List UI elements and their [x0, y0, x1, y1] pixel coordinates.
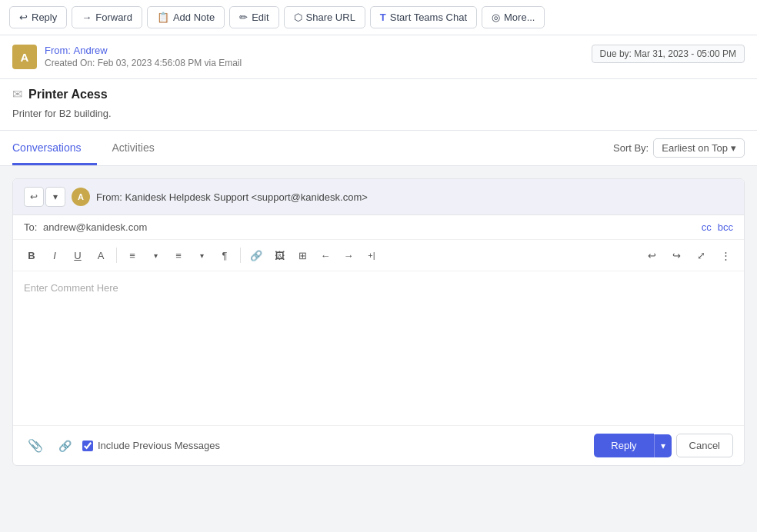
- to-label: To:: [24, 221, 37, 233]
- bcc-link[interactable]: bcc: [718, 221, 733, 233]
- italic-button[interactable]: I: [44, 244, 65, 266]
- note-icon: 📋: [157, 12, 169, 23]
- email-body-preview: Printer for B2 building.: [12, 108, 745, 119]
- editor-placeholder: Enter Comment Here: [24, 282, 118, 294]
- ordered-list-button[interactable]: ≡: [122, 244, 143, 266]
- paragraph-button[interactable]: ¶: [214, 244, 235, 266]
- reply-header: ↩ ▾ A From: Kanidesk Helpdesk Support <s…: [13, 179, 744, 215]
- reply-icon: ↩: [19, 12, 28, 23]
- footer-right: Reply ▾ Cancel: [594, 434, 733, 457]
- plus-bar-button[interactable]: +|: [361, 244, 382, 266]
- add-note-label: Add Note: [173, 12, 215, 23]
- reply-from-prefix: From:: [96, 191, 122, 203]
- link-attach-icon: 🔗: [58, 440, 72, 452]
- sort-value: Earliest on Top: [662, 142, 728, 154]
- tabs-bar: Conversations Activities Sort By: Earlie…: [0, 131, 757, 166]
- share-url-button[interactable]: ⬡ Share URL: [284, 6, 365, 28]
- share-url-label: Share URL: [306, 12, 355, 23]
- to-field: To: andrew@kanidesk.com: [24, 221, 147, 233]
- add-note-button[interactable]: 📋 Add Note: [147, 6, 225, 28]
- reply-dropdown-button[interactable]: ▾: [654, 434, 672, 457]
- editor-area[interactable]: Enter Comment Here: [13, 271, 744, 425]
- email-from: From: Andrew: [45, 45, 242, 56]
- editor-toolbar: B I U A ≡ ▾ ≡ ▾ ¶ 🔗 🖼 ⊞ ← → +| ↩ ↪: [13, 240, 744, 271]
- chevron-down-icon: ▾: [731, 142, 736, 154]
- image-button[interactable]: 🖼: [268, 244, 290, 266]
- toolbar-divider-2: [240, 248, 241, 263]
- arrow-left-button[interactable]: ←: [315, 244, 336, 266]
- edit-icon: ✏: [239, 12, 248, 23]
- from-prefix: From:: [45, 45, 71, 56]
- paperclip-icon: 📎: [28, 438, 43, 453]
- email-meta-left: A From: Andrew Created On: Feb 03, 2023 …: [12, 45, 242, 69]
- toolbar-divider-1: [116, 248, 117, 263]
- due-label: Due by: Mar 31, 2023 - 05:00 PM: [600, 48, 736, 59]
- footer-left: 📎 🔗 Include Previous Messages: [24, 434, 220, 457]
- more-options-button[interactable]: ⋮: [715, 244, 736, 266]
- email-subject: ✉ Printer Acess Printer for B2 building.: [0, 79, 757, 131]
- sort-label: Sort By:: [613, 142, 649, 154]
- undo-button[interactable]: ↩: [641, 244, 662, 266]
- subject-text: Printer Acess: [28, 88, 108, 101]
- reply-from-text: From: Kanidesk Helpdesk Support <support…: [96, 191, 368, 203]
- forward-button[interactable]: → Forward: [72, 6, 142, 28]
- email-created: Created On: Feb 03, 2023 4:56:08 PM via …: [45, 58, 242, 68]
- reply-arrow-btn[interactable]: ↩: [24, 187, 44, 207]
- reply-submit-button[interactable]: Reply: [594, 434, 653, 457]
- reply-label: Reply: [32, 12, 57, 23]
- reply-to-row: To: andrew@kanidesk.com cc bcc: [13, 215, 744, 240]
- reply-avatar-letter: A: [78, 192, 84, 201]
- include-previous-checkbox[interactable]: [82, 441, 93, 451]
- reply-dropdown-chevron: ▾: [661, 441, 665, 451]
- reply-button[interactable]: ↩ Reply: [9, 6, 67, 28]
- created-prefix: Created On:: [45, 58, 95, 68]
- edit-button[interactable]: ✏ Edit: [229, 6, 278, 28]
- underline-button[interactable]: U: [67, 244, 88, 266]
- sort-dropdown[interactable]: Earliest on Top ▾: [653, 138, 745, 158]
- link-button[interactable]: 🔗: [245, 244, 267, 266]
- reply-footer: 📎 🔗 Include Previous Messages Reply ▾: [13, 425, 744, 465]
- table-button[interactable]: ⊞: [292, 244, 313, 266]
- page-wrapper: ↩ Reply → Forward 📋 Add Note ✏ Edit ⬡ Sh…: [0, 0, 757, 532]
- email-info: From: Andrew Created On: Feb 03, 2023 4:…: [45, 45, 242, 68]
- arrow-right-button[interactable]: →: [338, 244, 359, 266]
- teams-chat-button[interactable]: T Start Teams Chat: [370, 6, 477, 28]
- redo-button[interactable]: ↪: [665, 244, 687, 266]
- ul-dropdown[interactable]: ▾: [191, 244, 212, 266]
- avatar: A: [12, 45, 37, 69]
- font-size-button[interactable]: A: [90, 244, 112, 266]
- forward-label: Forward: [95, 12, 132, 23]
- ol-dropdown[interactable]: ▾: [145, 244, 166, 266]
- toolbar: ↩ Reply → Forward 📋 Add Note ✏ Edit ⬡ Sh…: [0, 0, 757, 35]
- avatar-letter: A: [21, 51, 29, 64]
- teams-icon: T: [380, 12, 386, 23]
- to-email: andrew@kanidesk.com: [43, 221, 147, 233]
- sort-area: Sort By: Earliest on Top ▾: [613, 138, 745, 158]
- cancel-button[interactable]: Cancel: [676, 434, 733, 457]
- tab-activities[interactable]: Activities: [112, 131, 170, 165]
- more-label: More...: [504, 12, 535, 23]
- main-content[interactable]: ↩ ▾ A From: Kanidesk Helpdesk Support <s…: [0, 166, 757, 532]
- teams-chat-label: Start Teams Chat: [390, 12, 467, 23]
- created-date: Feb 03, 2023 4:56:08 PM via Email: [98, 58, 242, 68]
- from-name[interactable]: Andrew: [74, 45, 108, 56]
- more-button[interactable]: ◎ More...: [482, 6, 545, 28]
- attach-link-button[interactable]: 🔗: [53, 434, 76, 457]
- bold-button[interactable]: B: [21, 244, 42, 266]
- expand-button[interactable]: ⤢: [690, 244, 712, 266]
- forward-icon: →: [82, 12, 92, 23]
- tab-conversations[interactable]: Conversations: [12, 131, 97, 165]
- edit-label: Edit: [252, 12, 268, 23]
- include-previous-label: Include Previous Messages: [98, 440, 220, 451]
- reply-card: ↩ ▾ A From: Kanidesk Helpdesk Support <s…: [12, 178, 745, 466]
- email-meta: A From: Andrew Created On: Feb 03, 2023 …: [0, 35, 757, 79]
- activities-label: Activities: [112, 141, 155, 154]
- unordered-list-button[interactable]: ≡: [168, 244, 189, 266]
- reply-from-email: Kanidesk Helpdesk Support <support@kanid…: [125, 191, 368, 203]
- reply-dropdown-arrow[interactable]: ▾: [45, 187, 65, 207]
- reply-sender-avatar: A: [72, 188, 90, 206]
- due-badge: Due by: Mar 31, 2023 - 05:00 PM: [592, 45, 745, 63]
- cc-link[interactable]: cc: [702, 221, 712, 233]
- cc-bcc-area: cc bcc: [702, 221, 733, 233]
- attach-file-button[interactable]: 📎: [24, 434, 47, 457]
